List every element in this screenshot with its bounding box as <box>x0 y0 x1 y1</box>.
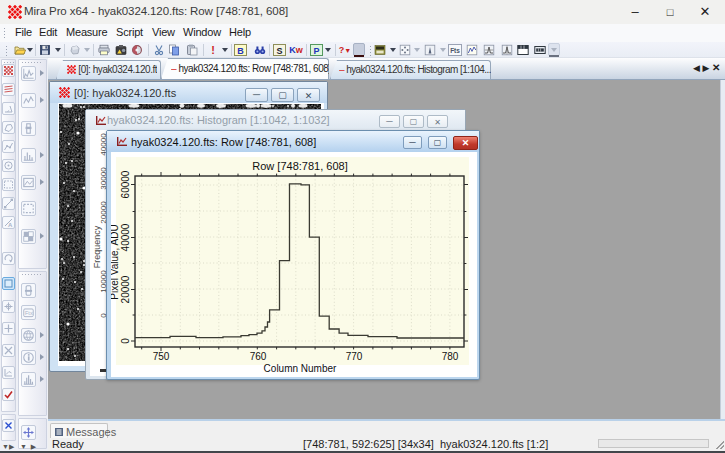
svg-text:Ftx: Ftx <box>25 310 33 316</box>
svg-text:Pixel Value, ADU: Pixel Value, ADU <box>111 224 120 299</box>
svg-text:0: 0 <box>120 338 131 344</box>
svg-text:770: 770 <box>346 351 363 362</box>
svg-text:750: 750 <box>153 351 170 362</box>
svg-text:60000: 60000 <box>120 170 131 198</box>
svg-text:760: 760 <box>250 351 267 362</box>
svg-text:A: A <box>8 222 13 228</box>
svg-text:Row [748:781, 608]: Row [748:781, 608] <box>252 160 347 172</box>
svg-text:40000: 40000 <box>120 223 131 251</box>
svg-text:20000: 20000 <box>120 275 131 303</box>
svg-text:Column Number: Column Number <box>264 363 337 374</box>
svg-text:780: 780 <box>442 351 459 362</box>
